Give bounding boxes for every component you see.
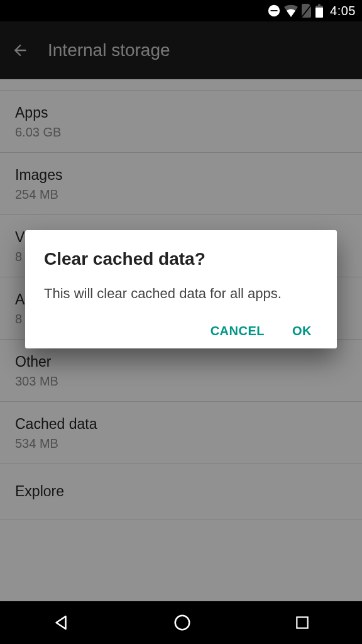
battery-icon <box>315 4 324 18</box>
wifi-icon <box>283 4 299 17</box>
no-sim-icon <box>301 4 312 18</box>
ok-button[interactable]: OK <box>292 324 312 338</box>
nav-back-button[interactable] <box>52 613 70 632</box>
dialog-body: This will clear cached data for all apps… <box>44 284 318 304</box>
svg-point-6 <box>175 616 190 630</box>
dialog-title: Clear cached data? <box>44 249 318 269</box>
nav-home-button[interactable] <box>173 613 192 632</box>
svg-rect-5 <box>315 8 323 18</box>
svg-rect-7 <box>297 617 308 628</box>
status-bar: 4:05 <box>0 0 362 21</box>
svg-rect-1 <box>271 10 278 11</box>
status-clock: 4:05 <box>330 4 356 18</box>
svg-rect-4 <box>318 4 321 6</box>
clear-cache-dialog: Clear cached data? This will clear cache… <box>25 230 337 348</box>
nav-bar <box>0 601 362 644</box>
dialog-actions: CANCEL OK <box>44 324 318 338</box>
cancel-button[interactable]: CANCEL <box>211 324 265 338</box>
nav-recents-button[interactable] <box>294 614 310 631</box>
do-not-disturb-icon <box>267 4 281 18</box>
